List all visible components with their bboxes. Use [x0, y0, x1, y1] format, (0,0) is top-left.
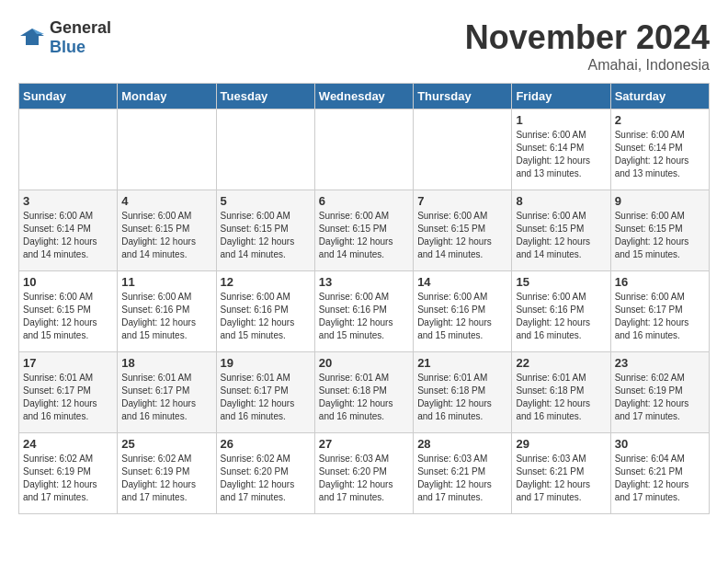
calendar-cell: 9Sunrise: 6:00 AM Sunset: 6:15 PM Daylig…	[610, 190, 709, 271]
calendar-cell: 30Sunrise: 6:04 AM Sunset: 6:21 PM Dayli…	[610, 433, 709, 514]
calendar-cell: 16Sunrise: 6:00 AM Sunset: 6:17 PM Dayli…	[610, 271, 709, 352]
calendar-cell	[118, 109, 216, 190]
calendar-cell: 24Sunrise: 6:02 AM Sunset: 6:19 PM Dayli…	[19, 433, 118, 514]
day-info: Sunrise: 6:02 AM Sunset: 6:19 PM Dayligh…	[121, 453, 211, 504]
day-number: 10	[23, 275, 113, 289]
calendar-cell: 28Sunrise: 6:03 AM Sunset: 6:21 PM Dayli…	[414, 433, 512, 514]
day-info: Sunrise: 6:00 AM Sunset: 6:15 PM Dayligh…	[319, 210, 409, 261]
calendar-cell	[19, 109, 118, 190]
calendar-cell: 20Sunrise: 6:01 AM Sunset: 6:18 PM Dayli…	[314, 352, 413, 433]
weekday-header-tuesday: Tuesday	[216, 84, 314, 109]
day-number: 2	[615, 113, 705, 127]
logo-icon	[18, 27, 46, 50]
day-info: Sunrise: 6:01 AM Sunset: 6:17 PM Dayligh…	[221, 372, 311, 423]
day-info: Sunrise: 6:00 AM Sunset: 6:16 PM Dayligh…	[319, 291, 409, 342]
day-number: 1	[516, 113, 606, 127]
calendar-cell: 13Sunrise: 6:00 AM Sunset: 6:16 PM Dayli…	[314, 271, 413, 352]
day-number: 13	[319, 275, 409, 289]
calendar-cell: 14Sunrise: 6:00 AM Sunset: 6:16 PM Dayli…	[414, 271, 512, 352]
logo-text: General Blue	[50, 18, 111, 57]
weekday-header-saturday: Saturday	[610, 84, 709, 109]
day-info: Sunrise: 6:00 AM Sunset: 6:16 PM Dayligh…	[121, 291, 211, 342]
day-number: 7	[417, 194, 507, 208]
calendar-table: SundayMondayTuesdayWednesdayThursdayFrid…	[18, 83, 710, 514]
day-info: Sunrise: 6:03 AM Sunset: 6:21 PM Dayligh…	[516, 453, 606, 504]
day-info: Sunrise: 6:01 AM Sunset: 6:17 PM Dayligh…	[23, 372, 113, 423]
week-row-2: 3Sunrise: 6:00 AM Sunset: 6:14 PM Daylig…	[19, 190, 710, 271]
day-info: Sunrise: 6:03 AM Sunset: 6:21 PM Dayligh…	[417, 453, 507, 504]
title-section: November 2024 Amahai, Indonesia	[465, 18, 710, 74]
day-info: Sunrise: 6:00 AM Sunset: 6:16 PM Dayligh…	[417, 291, 507, 342]
day-number: 27	[319, 437, 409, 451]
calendar-cell	[216, 109, 314, 190]
day-number: 30	[615, 437, 705, 451]
day-number: 11	[121, 275, 211, 289]
weekday-header-wednesday: Wednesday	[314, 84, 413, 109]
day-info: Sunrise: 6:01 AM Sunset: 6:18 PM Dayligh…	[417, 372, 507, 423]
week-row-3: 10Sunrise: 6:00 AM Sunset: 6:15 PM Dayli…	[19, 271, 710, 352]
day-number: 19	[221, 356, 311, 370]
day-info: Sunrise: 6:01 AM Sunset: 6:17 PM Dayligh…	[121, 372, 211, 423]
weekday-header-sunday: Sunday	[19, 84, 118, 109]
day-info: Sunrise: 6:00 AM Sunset: 6:15 PM Dayligh…	[221, 210, 311, 261]
calendar-cell: 12Sunrise: 6:00 AM Sunset: 6:16 PM Dayli…	[216, 271, 314, 352]
calendar-cell	[414, 109, 512, 190]
weekday-header-row: SundayMondayTuesdayWednesdayThursdayFrid…	[19, 84, 710, 109]
day-info: Sunrise: 6:00 AM Sunset: 6:15 PM Dayligh…	[417, 210, 507, 261]
day-number: 14	[417, 275, 507, 289]
day-number: 22	[516, 356, 606, 370]
weekday-header-thursday: Thursday	[414, 84, 512, 109]
calendar-cell: 8Sunrise: 6:00 AM Sunset: 6:15 PM Daylig…	[512, 190, 610, 271]
day-info: Sunrise: 6:00 AM Sunset: 6:15 PM Dayligh…	[516, 210, 606, 261]
day-number: 29	[516, 437, 606, 451]
calendar-cell: 25Sunrise: 6:02 AM Sunset: 6:19 PM Dayli…	[118, 433, 216, 514]
calendar-cell: 7Sunrise: 6:00 AM Sunset: 6:15 PM Daylig…	[414, 190, 512, 271]
day-info: Sunrise: 6:00 AM Sunset: 6:14 PM Dayligh…	[23, 210, 113, 261]
day-info: Sunrise: 6:00 AM Sunset: 6:16 PM Dayligh…	[516, 291, 606, 342]
calendar-cell: 10Sunrise: 6:00 AM Sunset: 6:15 PM Dayli…	[19, 271, 118, 352]
weekday-header-friday: Friday	[512, 84, 610, 109]
day-number: 16	[615, 275, 705, 289]
day-info: Sunrise: 6:00 AM Sunset: 6:17 PM Dayligh…	[615, 291, 705, 342]
day-number: 9	[615, 194, 705, 208]
day-number: 6	[319, 194, 409, 208]
day-number: 4	[121, 194, 211, 208]
svg-marker-0	[20, 29, 44, 45]
day-info: Sunrise: 6:02 AM Sunset: 6:19 PM Dayligh…	[615, 372, 705, 423]
calendar-cell: 18Sunrise: 6:01 AM Sunset: 6:17 PM Dayli…	[118, 352, 216, 433]
day-info: Sunrise: 6:00 AM Sunset: 6:14 PM Dayligh…	[516, 129, 606, 180]
day-number: 24	[23, 437, 113, 451]
month-title: November 2024	[465, 18, 710, 57]
calendar-cell: 3Sunrise: 6:00 AM Sunset: 6:14 PM Daylig…	[19, 190, 118, 271]
day-number: 3	[23, 194, 113, 208]
calendar-cell: 1Sunrise: 6:00 AM Sunset: 6:14 PM Daylig…	[512, 109, 610, 190]
calendar-cell: 26Sunrise: 6:02 AM Sunset: 6:20 PM Dayli…	[216, 433, 314, 514]
day-info: Sunrise: 6:01 AM Sunset: 6:18 PM Dayligh…	[319, 372, 409, 423]
logo: General Blue	[18, 18, 111, 57]
day-number: 18	[121, 356, 211, 370]
week-row-4: 17Sunrise: 6:01 AM Sunset: 6:17 PM Dayli…	[19, 352, 710, 433]
calendar-cell: 22Sunrise: 6:01 AM Sunset: 6:18 PM Dayli…	[512, 352, 610, 433]
location-title: Amahai, Indonesia	[465, 57, 710, 74]
day-number: 26	[221, 437, 311, 451]
day-number: 12	[221, 275, 311, 289]
calendar-cell: 2Sunrise: 6:00 AM Sunset: 6:14 PM Daylig…	[610, 109, 709, 190]
day-number: 20	[319, 356, 409, 370]
day-number: 5	[221, 194, 311, 208]
day-info: Sunrise: 6:00 AM Sunset: 6:16 PM Dayligh…	[221, 291, 311, 342]
calendar-cell: 11Sunrise: 6:00 AM Sunset: 6:16 PM Dayli…	[118, 271, 216, 352]
day-info: Sunrise: 6:02 AM Sunset: 6:20 PM Dayligh…	[221, 453, 311, 504]
calendar-cell: 5Sunrise: 6:00 AM Sunset: 6:15 PM Daylig…	[216, 190, 314, 271]
day-number: 25	[121, 437, 211, 451]
day-info: Sunrise: 6:01 AM Sunset: 6:18 PM Dayligh…	[516, 372, 606, 423]
day-number: 21	[417, 356, 507, 370]
day-info: Sunrise: 6:03 AM Sunset: 6:20 PM Dayligh…	[319, 453, 409, 504]
day-number: 17	[23, 356, 113, 370]
day-number: 15	[516, 275, 606, 289]
week-row-1: 1Sunrise: 6:00 AM Sunset: 6:14 PM Daylig…	[19, 109, 710, 190]
calendar-cell: 6Sunrise: 6:00 AM Sunset: 6:15 PM Daylig…	[314, 190, 413, 271]
day-info: Sunrise: 6:00 AM Sunset: 6:15 PM Dayligh…	[615, 210, 705, 261]
calendar-cell: 21Sunrise: 6:01 AM Sunset: 6:18 PM Dayli…	[414, 352, 512, 433]
calendar-cell: 15Sunrise: 6:00 AM Sunset: 6:16 PM Dayli…	[512, 271, 610, 352]
calendar-cell	[314, 109, 413, 190]
